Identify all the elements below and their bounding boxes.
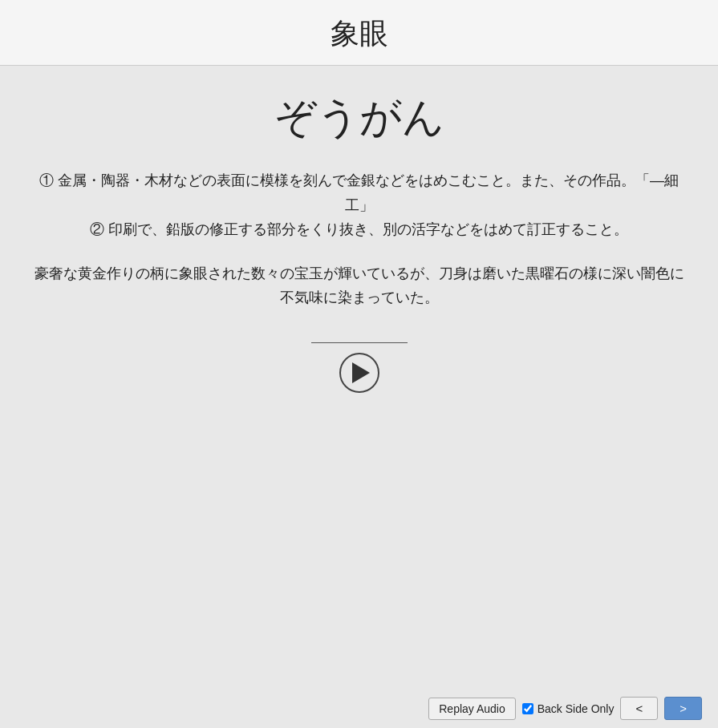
card-title: 象眼 <box>331 18 388 50</box>
card-example: 豪奢な黄金作りの柄に象眼された数々の宝玉が輝いているが、刀身は磨いた黒曜石の様に… <box>32 261 686 310</box>
back-side-only-container: Back Side Only <box>522 702 615 715</box>
main-content: ぞうがん ① 金属・陶器・木材などの表面に模様を刻んで金銀などをはめこむこと。ま… <box>0 66 718 689</box>
replay-audio-button[interactable]: Replay Audio <box>428 698 516 720</box>
footer: Replay Audio Back Side Only < > <box>0 689 718 728</box>
audio-divider <box>311 342 408 343</box>
next-button[interactable]: > <box>664 697 702 720</box>
card-header: 象眼 <box>0 0 718 66</box>
play-icon <box>352 362 370 383</box>
audio-section <box>311 342 408 393</box>
play-audio-button[interactable] <box>339 353 379 393</box>
card-definition: ① 金属・陶器・木材などの表面に模様を刻んで金銀などをはめこむこと。また、その作… <box>32 168 686 242</box>
definition-line1: ① 金属・陶器・木材などの表面に模様を刻んで金銀などをはめこむこと。また、その作… <box>39 172 679 213</box>
card-reading: ぞうがん <box>274 90 444 146</box>
prev-button[interactable]: < <box>620 697 658 720</box>
back-side-only-label: Back Side Only <box>537 702 615 715</box>
definition-line2: ② 印刷で、鉛版の修正する部分をくり抜き、別の活字などをはめて訂正すること。 <box>90 221 628 237</box>
back-side-only-checkbox[interactable] <box>522 703 533 714</box>
